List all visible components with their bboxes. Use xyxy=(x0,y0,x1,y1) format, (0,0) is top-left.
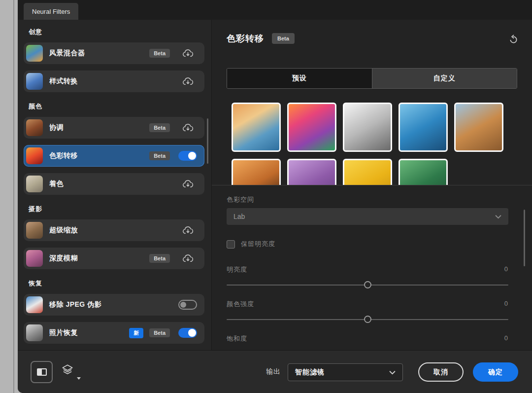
page-title: 色彩转移 xyxy=(227,33,264,44)
filter-thumbnail xyxy=(26,147,43,164)
filter-label: 协调 xyxy=(49,123,64,132)
download-cloud-icon[interactable] xyxy=(182,226,194,235)
slider-handle[interactable] xyxy=(364,281,371,288)
filter-item[interactable]: 样式转换 xyxy=(24,71,204,92)
detail-scrollbar[interactable] xyxy=(524,210,525,266)
filter-toggle-on[interactable] xyxy=(178,328,197,338)
section-title: 创意 xyxy=(29,28,204,36)
preset-thumbnail-yellow-flower[interactable] xyxy=(343,159,392,185)
filter-sections: 创意 风景混合器 Beta 样式转换 xyxy=(24,28,204,344)
filter-section: 创意 风景混合器 Beta 样式转换 xyxy=(24,28,204,92)
filter-label: 着色 xyxy=(49,179,64,188)
preset-thumbnail-vivid-flowers[interactable] xyxy=(287,103,336,152)
slider-handle[interactable] xyxy=(364,316,371,323)
filter-label: 超级缩放 xyxy=(49,226,78,235)
filter-thumbnail xyxy=(26,73,43,90)
filter-item[interactable]: 风景混合器 Beta xyxy=(24,42,204,64)
split-preview-icon xyxy=(37,368,47,376)
filter-item[interactable]: 色彩转移 Beta xyxy=(24,145,204,167)
beta-badge: Beta xyxy=(149,49,170,58)
filter-thumbnail xyxy=(26,324,43,341)
toggle-knob xyxy=(188,329,196,337)
preset-thumbnail-sunset-silhouette[interactable] xyxy=(232,159,281,185)
filter-toggle-on[interactable] xyxy=(178,151,197,161)
reset-button[interactable] xyxy=(507,34,519,45)
download-cloud-icon[interactable] xyxy=(182,254,194,263)
filter-label: 深度模糊 xyxy=(49,254,78,263)
new-badge: 新 xyxy=(129,328,143,338)
preserve-luminosity-label: 保留明亮度 xyxy=(241,240,275,249)
section-items: 协调 Beta 色彩转移 Beta xyxy=(24,117,204,195)
tab-presets[interactable]: 预设 xyxy=(227,69,372,88)
filter-toggle-off[interactable] xyxy=(178,300,197,310)
toggle-knob xyxy=(188,152,196,160)
chevron-down-icon xyxy=(495,214,501,219)
slider-value: 0 xyxy=(504,300,508,309)
app-background-strip xyxy=(0,0,18,393)
detail-beta-badge: Beta xyxy=(272,33,295,44)
preset-thumbnail-blue-feathers[interactable] xyxy=(399,103,448,152)
filter-section: 颜色 协调 Beta 色彩转移 Beta xyxy=(24,102,204,195)
filter-item[interactable]: 深度模糊 Beta xyxy=(24,248,204,269)
dropdown-caret-icon xyxy=(77,377,81,380)
slider-track[interactable] xyxy=(227,281,508,289)
filter-list-scrollbar[interactable] xyxy=(207,118,208,164)
slider-value: 0 xyxy=(504,334,508,343)
slider-group: 明亮度 0 xyxy=(227,265,508,289)
filter-item[interactable]: 照片恢复 新 Beta xyxy=(24,322,204,344)
color-space-label: 色彩空间 xyxy=(227,195,254,204)
preserve-luminosity-row: 保留明亮度 xyxy=(227,240,275,249)
download-cloud-icon[interactable] xyxy=(182,49,194,58)
filter-thumbnail xyxy=(26,176,43,192)
beta-badge: Beta xyxy=(149,254,170,263)
slider-value: 0 xyxy=(504,265,508,274)
filter-control-slot xyxy=(178,123,198,132)
filter-item[interactable]: 超级缩放 xyxy=(24,219,204,241)
layers-button[interactable] xyxy=(61,364,83,381)
output-select[interactable]: 智能滤镜 xyxy=(288,363,403,381)
slider-group: 颜色强度 0 xyxy=(227,300,508,323)
chevron-down-icon xyxy=(389,370,396,375)
toggle-knob xyxy=(180,302,186,308)
preset-thumbnail-lilac-flowers[interactable] xyxy=(287,159,336,185)
preview-toggle-button[interactable] xyxy=(31,361,53,383)
reset-icon xyxy=(508,35,519,45)
section-items: 风景混合器 Beta 样式转换 xyxy=(24,42,204,92)
cancel-button[interactable]: 取消 xyxy=(418,362,464,382)
slider-head: 颜色强度 0 xyxy=(227,300,508,309)
preset-thumbnail-tropical-leaves[interactable] xyxy=(399,159,448,185)
filter-thumbnail xyxy=(26,45,43,62)
filter-detail-panel: 色彩转移 Beta 预设 自定义 色彩空间 Lab xyxy=(212,20,532,350)
slider-track[interactable] xyxy=(227,316,508,323)
neural-filters-dialog: Neural Filters 创意 风景混合器 Beta 样式转换 xyxy=(0,0,532,393)
preserve-luminosity-checkbox[interactable] xyxy=(227,240,235,249)
preset-thumbnail-sunset-lake[interactable] xyxy=(232,103,281,152)
download-cloud-icon[interactable] xyxy=(182,179,194,188)
output-label: 输出 xyxy=(266,367,281,376)
section-title: 颜色 xyxy=(29,102,204,111)
tab-custom[interactable]: 自定义 xyxy=(372,69,517,88)
color-space-select[interactable]: Lab xyxy=(227,208,508,225)
color-space-value: Lab xyxy=(233,213,245,220)
filter-section: 恢复 移除 JPEG 伪影 照片恢复 新 Beta xyxy=(24,279,204,344)
preset-grid xyxy=(232,103,508,185)
preset-thumbnail-desert-road[interactable] xyxy=(454,103,503,152)
settings-divider xyxy=(212,185,532,185)
dialog-window: Neural Filters 创意 风景混合器 Beta 样式转换 xyxy=(18,0,532,393)
filter-item[interactable]: 协调 Beta xyxy=(24,117,204,139)
filter-label: 风景混合器 xyxy=(49,49,85,58)
filter-list-panel: 创意 风景混合器 Beta 样式转换 xyxy=(18,20,212,350)
filter-item[interactable]: 着色 xyxy=(24,173,204,195)
filter-item[interactable]: 移除 JPEG 伪影 xyxy=(24,294,204,316)
app-background-divider xyxy=(13,0,14,393)
filter-control-slot xyxy=(178,77,198,86)
filter-control-slot xyxy=(178,179,198,188)
tab-neural-filters[interactable]: Neural Filters xyxy=(24,3,78,20)
ok-button[interactable]: 确定 xyxy=(473,362,518,382)
preset-thumbnail-cathedral-arches[interactable] xyxy=(343,103,392,152)
section-items: 移除 JPEG 伪影 照片恢复 新 Beta xyxy=(24,294,204,344)
download-cloud-icon[interactable] xyxy=(182,77,194,86)
download-cloud-icon[interactable] xyxy=(182,123,194,132)
slider-label: 饱和度 xyxy=(227,334,247,343)
slider-label: 颜色强度 xyxy=(227,300,254,309)
